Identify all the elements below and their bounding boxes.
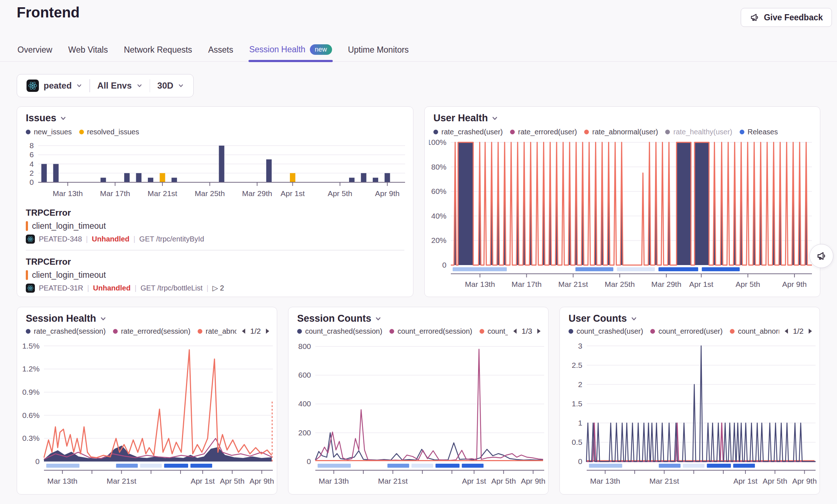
issues-list: TRPCErrorclient_login_timeoutPEATED-348|… — [26, 208, 404, 293]
svg-text:0: 0 — [29, 178, 34, 186]
session-health-chart[interactable]: 00.3%0.6%0.9%1.2%1.5%Mar 13thMar 21stApr… — [20, 336, 275, 493]
svg-text:400: 400 — [298, 399, 311, 408]
meta-separator: | — [134, 284, 136, 292]
legend-item-releases[interactable]: Releases — [740, 128, 778, 136]
svg-text:1.5%: 1.5% — [22, 342, 40, 350]
legend-next-icon[interactable] — [808, 328, 813, 334]
svg-text:Apr 5th: Apr 5th — [220, 477, 244, 485]
legend-item-rate-abnormal-user[interactable]: rate_abnormal(user) — [584, 128, 658, 136]
error-level-bar — [26, 270, 28, 280]
legend-item-resolved-issues[interactable]: resolved_issues — [79, 128, 139, 136]
session-counts-panel: Session Counts count_crashed(session)cou… — [288, 307, 549, 495]
legend-item-rate-crashed-session[interactable]: rate_crashed(session) — [26, 327, 106, 336]
issue-title-link[interactable]: TRPCError — [26, 208, 404, 218]
project-selector[interactable]: peated — [19, 80, 89, 92]
session-counts-chart[interactable]: 0200400600800Mar 13thMar 21stApr 1stApr … — [291, 336, 546, 493]
session-health-panel: Session Health rate_crashed(session)rate… — [17, 307, 277, 495]
issue-short-id: PEATED-348 — [39, 235, 82, 243]
legend-label: rate_abnormal(user) — [592, 128, 658, 136]
legend-pager: 1/3 — [512, 327, 542, 336]
react-project-icon — [27, 80, 39, 92]
svg-text:Apr 9th: Apr 9th — [375, 189, 400, 198]
issue-culprit: client_login_timeout — [26, 221, 404, 231]
legend-label: new_issues — [34, 128, 72, 136]
tabs: OverviewWeb VitalsNetwork RequestsAssets… — [0, 38, 837, 62]
legend-dot — [79, 130, 84, 134]
chevron-down-icon[interactable] — [375, 316, 381, 322]
legend-label: Releases — [748, 128, 778, 136]
legend-item-count-crashed-session[interactable]: count_crashed(session) — [297, 327, 382, 336]
unhandled-badge: Unhandled — [93, 284, 130, 292]
legend-next-icon[interactable] — [265, 328, 270, 334]
svg-text:0.6%: 0.6% — [22, 411, 40, 419]
megaphone-icon — [750, 13, 759, 22]
svg-text:Mar 21st: Mar 21st — [558, 280, 588, 288]
replay-count: ▷ 2 — [213, 284, 224, 292]
tab-label: Network Requests — [124, 45, 192, 55]
svg-text:1.5: 1.5 — [572, 399, 582, 408]
issue-culprit-text: client_login_timeout — [32, 270, 106, 280]
legend-item-count-crashed-user[interactable]: count_crashed(user) — [569, 327, 643, 336]
session-counts-panel-title: Session Counts — [297, 313, 371, 324]
legend-next-icon[interactable] — [536, 328, 542, 334]
tab-web-vitals[interactable]: Web Vitals — [68, 45, 109, 61]
tab-label: Uptime Monitors — [348, 45, 409, 55]
svg-text:Mar 13th: Mar 13th — [47, 477, 77, 485]
chevron-down-icon[interactable] — [492, 115, 498, 122]
svg-text:Mar 17th: Mar 17th — [512, 280, 542, 288]
svg-text:Mar 21st: Mar 21st — [147, 189, 177, 198]
svg-text:Mar 13th: Mar 13th — [465, 280, 495, 288]
issues-legend: new_issuesresolved_issues — [26, 128, 139, 136]
legend-dot — [665, 130, 670, 134]
user-health-panel-title: User Health — [433, 113, 488, 124]
date-range-value: 30D — [157, 81, 173, 91]
tab-assets[interactable]: Assets — [207, 45, 234, 61]
legend-item-new-issues[interactable]: new_issues — [26, 128, 72, 136]
legend-label: count_errored(session) — [397, 327, 472, 336]
legend-dot — [730, 329, 735, 334]
legend-dot — [297, 329, 302, 334]
legend-label: rate_crashed(session) — [34, 327, 106, 336]
chevron-down-icon[interactable] — [100, 316, 106, 322]
tab-overview[interactable]: Overview — [17, 45, 53, 61]
legend-prev-icon[interactable] — [241, 328, 246, 334]
tab-label: Web Vitals — [68, 45, 108, 55]
chevron-down-icon[interactable] — [631, 316, 637, 322]
svg-text:0: 0 — [35, 457, 40, 466]
legend-prev-icon[interactable] — [512, 328, 518, 334]
legend-item-rate-crashed-user[interactable]: rate_crashed(user) — [433, 128, 503, 136]
svg-text:600: 600 — [298, 371, 311, 379]
issues-chart[interactable]: 02468Mar 13thMar 17thMar 21stMar 25thMar… — [25, 139, 407, 204]
issue-transaction: GET /trpc/bottleList — [141, 284, 203, 292]
megaphone-icon — [816, 251, 826, 261]
legend-item-count-errored-user[interactable]: count_errored(user) — [650, 327, 723, 336]
feedback-fab-button[interactable] — [809, 244, 833, 268]
legend-item-count-errored-session[interactable]: count_errored(session) — [389, 327, 472, 336]
tab-uptime-monitors[interactable]: Uptime Monitors — [347, 45, 409, 61]
legend-item-rate-errored-session[interactable]: rate_errored(session) — [113, 327, 190, 336]
legend-dot — [433, 130, 438, 134]
legend-item-rate-errored-user[interactable]: rate_errored(user) — [510, 128, 577, 136]
legend-pager: 1/2 — [784, 327, 813, 336]
chevron-down-icon[interactable] — [60, 115, 66, 122]
legend-item-rate-healthy-user[interactable]: rate_healthy(user) — [665, 128, 732, 136]
meta-separator: | — [133, 235, 135, 243]
environment-selector[interactable]: All Envs — [90, 81, 150, 91]
user-counts-chart[interactable]: 00.511.522.53Mar 13thMar 21stApr 1stApr … — [563, 336, 818, 493]
issue-item: TRPCErrorclient_login_timeoutPEATED-31R|… — [26, 257, 404, 293]
legend-prev-icon[interactable] — [784, 328, 789, 334]
legend-item-count-abnormal-user[interactable]: count_abnormal(user) — [730, 327, 779, 336]
tab-label: Session Health — [249, 45, 306, 54]
issue-title-link[interactable]: TRPCError — [26, 257, 404, 267]
legend-item-count-abnormal-session[interactable]: count_abnormal(session) — [480, 327, 508, 336]
svg-text:Apr 1st: Apr 1st — [462, 477, 486, 485]
date-range-selector[interactable]: 30D — [150, 81, 191, 91]
tab-network-requests[interactable]: Network Requests — [123, 45, 193, 61]
give-feedback-button[interactable]: Give Feedback — [741, 8, 832, 27]
give-feedback-label: Give Feedback — [764, 13, 823, 23]
legend-item-rate-abnormal-session[interactable]: rate_abnormal(session) — [198, 327, 236, 336]
user-health-chart[interactable]: 020%40%60%80%100%Mar 13thMar 17thMar 21s… — [429, 137, 815, 293]
svg-text:100%: 100% — [429, 138, 446, 146]
legend-label: count_abnormal(session) — [488, 327, 508, 336]
tab-session-health[interactable]: Session Healthnew — [248, 44, 333, 61]
